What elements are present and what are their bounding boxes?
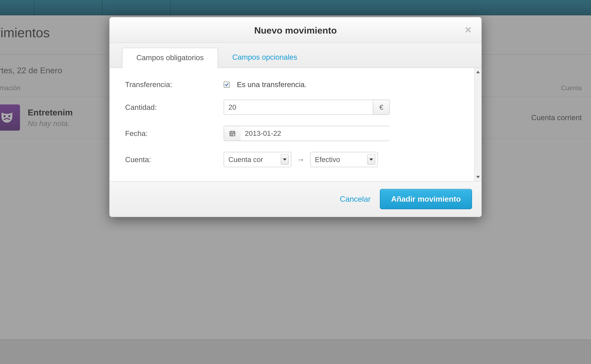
- calendar-icon[interactable]: [224, 126, 241, 141]
- scrollbar[interactable]: [474, 68, 481, 181]
- account-from-value: Cuenta cor: [228, 155, 279, 164]
- scroll-down-icon[interactable]: [476, 176, 480, 178]
- account-from-select[interactable]: Cuenta cor: [224, 152, 291, 167]
- account-to-value: Efectivo: [315, 155, 365, 164]
- modal-body: Transferencia: Es una transferencia. Can…: [110, 68, 474, 181]
- transfer-checkbox-label: Es una transferencia.: [237, 80, 307, 89]
- add-movement-button[interactable]: Añadir movimiento: [380, 189, 472, 209]
- tab-required-fields[interactable]: Campos obligatorios: [122, 48, 218, 68]
- tab-optional-fields[interactable]: Campos opcionales: [218, 47, 312, 68]
- svg-rect-6: [231, 133, 232, 134]
- chevron-down-icon: [281, 154, 289, 165]
- svg-rect-9: [232, 135, 233, 135]
- currency-addon: €: [373, 99, 390, 115]
- transfer-label: Transferencia:: [125, 80, 224, 89]
- account-label: Cuenta:: [125, 155, 224, 164]
- svg-rect-10: [233, 133, 234, 134]
- new-movement-modal: Nuevo movimiento × Campos obligatorios C…: [109, 17, 482, 217]
- modal-tabs: Campos obligatorios Campos opcionales: [110, 43, 481, 68]
- date-label: Fecha:: [125, 129, 224, 138]
- modal-title: Nuevo movimiento: [119, 25, 472, 36]
- chevron-down-icon: [367, 154, 375, 165]
- modal-footer: Cancelar Añadir movimiento: [110, 181, 481, 217]
- svg-rect-8: [231, 135, 232, 135]
- scroll-up-icon[interactable]: [476, 71, 480, 73]
- date-input[interactable]: [241, 126, 390, 141]
- cancel-button[interactable]: Cancelar: [340, 195, 371, 203]
- amount-label: Cantidad:: [125, 103, 224, 111]
- transfer-checkbox[interactable]: [224, 82, 230, 88]
- arrow-right-icon: →: [295, 155, 306, 164]
- close-icon[interactable]: ×: [464, 25, 473, 34]
- amount-input[interactable]: [224, 99, 373, 115]
- svg-rect-7: [232, 133, 233, 134]
- account-to-select[interactable]: Efectivo: [310, 152, 378, 167]
- modal-header: Nuevo movimiento ×: [110, 17, 481, 43]
